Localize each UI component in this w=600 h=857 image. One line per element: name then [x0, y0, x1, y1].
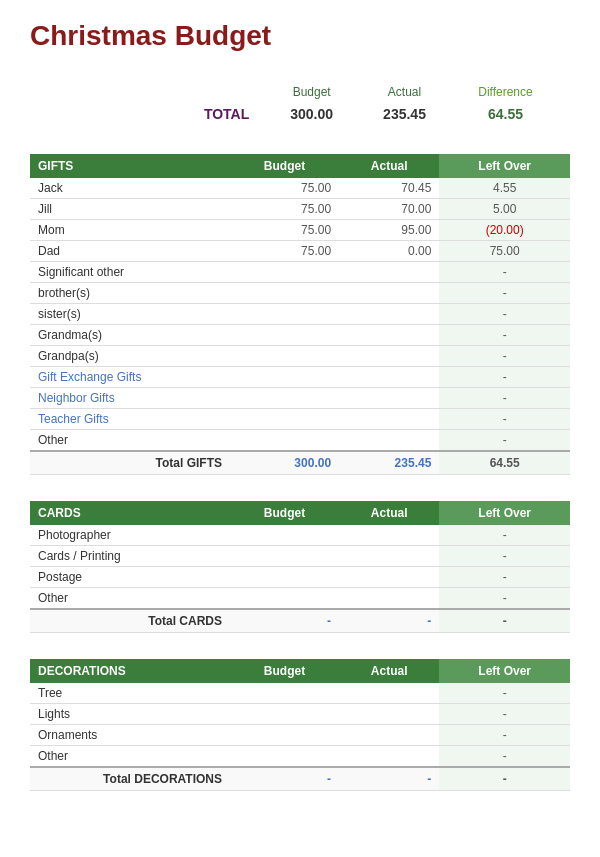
totals-difference-value: 64.55: [451, 102, 560, 126]
row-leftover: 75.00: [439, 241, 570, 262]
row-label: Grandma(s): [30, 325, 230, 346]
table-row: Lights-: [30, 704, 570, 725]
gifts-budget-header: Budget: [230, 154, 339, 178]
row-label: Lights: [30, 704, 230, 725]
table-row: Other-: [30, 588, 570, 610]
row-actual: [339, 725, 439, 746]
row-budget: [230, 430, 339, 452]
row-actual: [339, 262, 439, 283]
row-leftover: -: [439, 409, 570, 430]
table-row: Mom75.0095.00(20.00): [30, 220, 570, 241]
row-leftover: -: [439, 704, 570, 725]
total-budget: -: [230, 609, 339, 633]
row-label: Mom: [30, 220, 230, 241]
row-leftover: -: [439, 262, 570, 283]
total-label: Total CARDS: [30, 609, 230, 633]
gifts-section-header: GIFTS: [30, 154, 230, 178]
row-label: Jack: [30, 178, 230, 199]
row-actual: [339, 683, 439, 704]
page-title: Christmas Budget: [30, 20, 570, 52]
row-leftover: -: [439, 283, 570, 304]
total-row: Total CARDS---: [30, 609, 570, 633]
gifts-actual-header: Actual: [339, 154, 439, 178]
cards-table: CARDS Budget Actual Left Over Photograph…: [30, 501, 570, 633]
row-budget: 75.00: [230, 220, 339, 241]
row-label: Cards / Printing: [30, 546, 230, 567]
table-row: Cards / Printing-: [30, 546, 570, 567]
row-label: Grandpa(s): [30, 346, 230, 367]
totals-difference-header: Difference: [451, 82, 560, 102]
row-leftover: -: [439, 346, 570, 367]
row-leftover: -: [439, 746, 570, 768]
row-budget: [230, 388, 339, 409]
decorations-actual-header: Actual: [339, 659, 439, 683]
totals-budget-value: 300.00: [265, 102, 358, 126]
row-label: Neighbor Gifts: [30, 388, 230, 409]
cards-actual-header: Actual: [339, 501, 439, 525]
totals-actual-header: Actual: [358, 82, 451, 102]
row-leftover: -: [439, 525, 570, 546]
table-row: Photographer-: [30, 525, 570, 546]
row-actual: [339, 388, 439, 409]
cards-budget-header: Budget: [230, 501, 339, 525]
row-label: brother(s): [30, 283, 230, 304]
table-row: Neighbor Gifts-: [30, 388, 570, 409]
table-row: Grandma(s)-: [30, 325, 570, 346]
gifts-table: GIFTS Budget Actual Left Over Jack75.007…: [30, 154, 570, 475]
table-row: Gift Exchange Gifts-: [30, 367, 570, 388]
cards-section-header: CARDS: [30, 501, 230, 525]
table-row: Other-: [30, 746, 570, 768]
total-actual: -: [339, 609, 439, 633]
row-label: Teacher Gifts: [30, 409, 230, 430]
total-leftover: 64.55: [439, 451, 570, 475]
cards-leftover-header: Left Over: [439, 501, 570, 525]
table-row: Teacher Gifts-: [30, 409, 570, 430]
total-row: Total GIFTS300.00235.4564.55: [30, 451, 570, 475]
row-actual: [339, 567, 439, 588]
row-actual: 95.00: [339, 220, 439, 241]
table-row: Ornaments-: [30, 725, 570, 746]
row-actual: [339, 430, 439, 452]
row-budget: [230, 683, 339, 704]
row-actual: [339, 304, 439, 325]
gifts-leftover-header: Left Over: [439, 154, 570, 178]
decorations-leftover-header: Left Over: [439, 659, 570, 683]
row-label: sister(s): [30, 304, 230, 325]
table-row: Other-: [30, 430, 570, 452]
row-leftover: 4.55: [439, 178, 570, 199]
table-row: sister(s)-: [30, 304, 570, 325]
row-label: Postage: [30, 567, 230, 588]
decorations-table: DECORATIONS Budget Actual Left Over Tree…: [30, 659, 570, 791]
totals-section: Budget Actual Difference TOTAL 300.00 23…: [30, 82, 570, 126]
row-actual: [339, 409, 439, 430]
row-budget: [230, 525, 339, 546]
row-leftover: -: [439, 304, 570, 325]
row-leftover: -: [439, 683, 570, 704]
decorations-section-header: DECORATIONS: [30, 659, 230, 683]
row-budget: [230, 367, 339, 388]
table-row: Dad75.000.0075.00: [30, 241, 570, 262]
row-leftover: 5.00: [439, 199, 570, 220]
row-leftover: -: [439, 567, 570, 588]
table-row: Tree-: [30, 683, 570, 704]
row-leftover: (20.00): [439, 220, 570, 241]
table-row: Jill75.0070.005.00: [30, 199, 570, 220]
totals-label: TOTAL: [180, 102, 265, 126]
table-row: brother(s)-: [30, 283, 570, 304]
row-label: Tree: [30, 683, 230, 704]
row-budget: [230, 262, 339, 283]
row-budget: [230, 409, 339, 430]
row-label: Other: [30, 430, 230, 452]
row-label: Jill: [30, 199, 230, 220]
row-actual: [339, 367, 439, 388]
table-row: Jack75.0070.454.55: [30, 178, 570, 199]
row-budget: 75.00: [230, 199, 339, 220]
total-label: Total DECORATIONS: [30, 767, 230, 791]
row-actual: 70.45: [339, 178, 439, 199]
row-budget: [230, 304, 339, 325]
row-label: Ornaments: [30, 725, 230, 746]
total-label: Total GIFTS: [30, 451, 230, 475]
table-row: Grandpa(s)-: [30, 346, 570, 367]
row-leftover: -: [439, 325, 570, 346]
table-row: Significant other-: [30, 262, 570, 283]
